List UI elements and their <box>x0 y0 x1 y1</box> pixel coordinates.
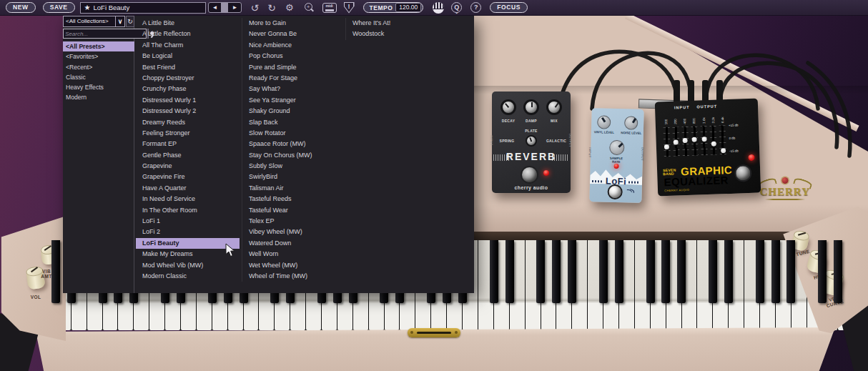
preset-item[interactable]: Modern Classic <box>136 271 240 282</box>
preset-item[interactable]: Woodstock <box>346 29 473 39</box>
preset-item[interactable]: Telex EP <box>242 216 345 227</box>
piano-black-key[interactable] <box>834 240 842 303</box>
preset-item[interactable]: Vibey Wheel (MW) <box>242 227 345 237</box>
eq-slider[interactable] <box>710 126 717 155</box>
preset-item[interactable]: All The Charm <box>136 40 240 51</box>
settings-gear-icon[interactable]: ⚙ <box>285 1 294 15</box>
category-item[interactable]: Classic <box>63 72 134 82</box>
collections-value[interactable]: <All Collections> <box>63 16 116 27</box>
category-item[interactable]: Modern <box>63 92 134 102</box>
preset-item[interactable]: Where It's At! <box>346 18 473 29</box>
preset-item[interactable]: Have A Quarter <box>136 183 240 194</box>
piano-black-key[interactable] <box>709 240 717 303</box>
preset-item[interactable]: Tasteful Wear <box>242 205 345 216</box>
reverb-mix-knob[interactable] <box>546 99 562 115</box>
refresh-icon[interactable]: ↻ <box>126 16 134 27</box>
preset-name-field[interactable]: ★ LoFi Beauty <box>80 2 206 14</box>
preset-item[interactable]: Slap Back <box>242 117 345 128</box>
preset-item[interactable]: Well Worn <box>242 249 345 259</box>
piano-black-key[interactable] <box>568 240 576 303</box>
preset-item[interactable]: A Little Reflecton <box>136 29 240 39</box>
piano-black-key[interactable] <box>646 240 655 303</box>
piano-black-key[interactable] <box>771 240 780 303</box>
preset-item[interactable]: Crunchy Phase <box>136 84 240 94</box>
piano-black-key[interactable] <box>490 240 498 303</box>
preset-item[interactable]: Dreamy Reeds <box>136 117 240 128</box>
preset-item[interactable]: Shaky Ground <box>242 106 345 117</box>
collections-dropdown[interactable]: <All Collections> ∨ ↻ <box>63 16 134 27</box>
eq-slider-cap[interactable] <box>683 138 688 143</box>
piano-black-key[interactable] <box>756 240 764 303</box>
preset-item[interactable]: Grapevine <box>136 161 240 172</box>
preset-item[interactable]: Spaace Rotor (MW) <box>242 139 345 149</box>
eq-slider-cap[interactable] <box>674 140 679 145</box>
preset-item[interactable]: Stay On Chorus (MW) <box>242 150 345 161</box>
help-icon[interactable]: ? <box>470 2 481 13</box>
preset-item[interactable]: Talisman Air <box>242 183 345 194</box>
preset-item[interactable]: Distressed Wurly 1 <box>136 95 240 106</box>
preset-item[interactable]: Make My Dreams <box>136 249 240 259</box>
preset-item[interactable]: Say What? <box>242 84 345 94</box>
piano-black-key[interactable] <box>599 240 608 303</box>
lofi-vinyl-level-knob[interactable] <box>597 115 611 129</box>
preset-item[interactable]: Best Friend <box>136 62 240 73</box>
eq-slider-cap[interactable] <box>711 141 716 146</box>
preset-item[interactable]: In The Other Room <box>136 205 240 216</box>
focus-button[interactable]: FOCUS <box>490 2 528 13</box>
preset-item[interactable]: Subtly Slow <box>242 161 345 172</box>
redo-button[interactable]: ↻ <box>267 1 276 15</box>
undo-button[interactable]: ↺ <box>250 1 259 15</box>
preset-item[interactable]: Pure and Simple <box>242 62 345 73</box>
category-item[interactable]: <All Presets> <box>63 41 134 51</box>
preset-item[interactable]: Distressed Wurly 2 <box>136 106 240 117</box>
eq-footswitch[interactable] <box>734 164 752 182</box>
tempo-value[interactable]: 120.00 <box>395 3 421 12</box>
eq-slider-cap[interactable] <box>721 148 726 153</box>
eq-slider-cap[interactable] <box>701 137 706 142</box>
qwerty-midi-icon[interactable]: Q <box>451 2 462 13</box>
new-button[interactable]: NEW <box>6 2 36 13</box>
preset-item[interactable]: Mod Wheel Vib (MW) <box>136 260 240 271</box>
preset-item[interactable]: Be Logical <box>136 51 240 61</box>
category-item[interactable]: Heavy Effects <box>63 82 134 92</box>
reverb-footswitch[interactable] <box>521 166 538 184</box>
save-button[interactable]: SAVE <box>43 2 75 13</box>
preset-item[interactable]: Tasteful Reeds <box>242 194 345 204</box>
midi-panic-icon[interactable]: ! <box>344 2 355 14</box>
piano-black-key[interactable] <box>536 240 545 303</box>
eq-slider-cap[interactable] <box>692 137 697 142</box>
piano-black-key[interactable] <box>677 240 686 303</box>
eq-slider-cap[interactable] <box>664 144 669 149</box>
piano-black-key[interactable] <box>505 240 514 303</box>
preset-item[interactable]: Grapevine Fire <box>136 172 240 182</box>
preset-item[interactable]: Watered Down <box>242 238 345 249</box>
preset-item[interactable]: SwirlyBird <box>242 172 345 182</box>
preset-item[interactable]: A Little Bite <box>136 18 240 29</box>
favorite-star-icon[interactable]: ★ <box>84 4 91 11</box>
reverb-decay-knob[interactable] <box>500 99 516 115</box>
tempo-control[interactable]: TEMPO 120.00 <box>363 2 424 13</box>
preset-item[interactable]: Wet Wheel (MW) <box>242 260 345 271</box>
preset-item[interactable]: LoFi Beauty <box>136 238 240 249</box>
midi-button[interactable]: midi <box>322 3 337 13</box>
next-preset-button[interactable]: ► <box>228 3 241 12</box>
preset-item[interactable]: More to Gain <box>242 18 345 29</box>
lofi-sample-rate-knob[interactable] <box>609 140 625 156</box>
preset-item[interactable]: Gentle Phase <box>136 150 240 161</box>
eq-slider[interactable] <box>681 127 689 156</box>
lofi-footswitch[interactable] <box>607 184 623 200</box>
preset-item[interactable]: Feeling Stronger <box>136 128 240 139</box>
preset-item[interactable]: Never Gonna Be <box>242 29 345 39</box>
reverb-mode-selector[interactable] <box>526 135 537 147</box>
eq-slider[interactable] <box>719 125 726 154</box>
category-item[interactable]: <Favorites> <box>63 51 134 61</box>
lofi-noise-level-knob[interactable] <box>624 116 638 129</box>
preset-item[interactable]: In Need of Service <box>136 194 240 204</box>
piano-black-key[interactable] <box>818 240 827 303</box>
piano-black-key[interactable] <box>552 240 561 303</box>
piano-black-key[interactable] <box>724 240 733 303</box>
preset-item[interactable]: Choppy Destroyer <box>136 73 240 84</box>
preset-item[interactable]: Pop Chorus <box>242 51 345 61</box>
search-input[interactable] <box>63 29 147 39</box>
preset-item[interactable]: Formant EP <box>136 139 240 149</box>
